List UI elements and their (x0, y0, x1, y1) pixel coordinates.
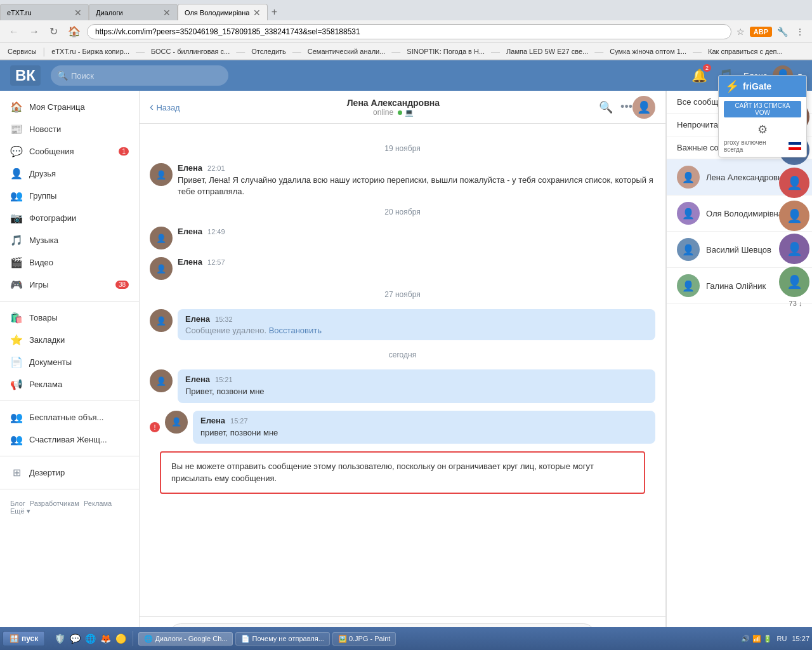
abp-button[interactable]: ABP (750, 27, 772, 37)
frigate-settings: ⚙ (724, 120, 801, 139)
contact-avatar-olya: 👤 (677, 202, 700, 225)
footer-blog[interactable]: Блог (10, 500, 25, 507)
sidebar-item-photos[interactable]: 📷 Фотографии (0, 207, 139, 229)
sidebar-footer: Блог Разработчикам Реклама Ещё ▾ (0, 494, 139, 521)
messages-icon: 💬 (10, 145, 23, 157)
message-content: Елена 22:01 Привет, Лена! Я случайно уда… (178, 163, 655, 197)
vk-search-wrap: 🔍 (51, 65, 228, 86)
sidebar-item-messages[interactable]: 💬 Сообщения 1 (0, 140, 139, 162)
bookmark-track[interactable]: Отследить (249, 46, 289, 56)
address-bar[interactable] (87, 24, 731, 39)
taskbar-icon-5[interactable]: 🟡 (114, 632, 128, 646)
forward-button[interactable]: → (25, 23, 43, 40)
message-time: 15:32 (215, 315, 233, 323)
float-avatar-6[interactable]: 👤 (779, 267, 809, 297)
bookmark-services[interactable]: Сервисы (5, 46, 39, 56)
sidebar-item-video[interactable]: 🎬 Видео (0, 251, 139, 274)
message-row-today-2: ! 👤 Елена 15:27 привет, позвони мне (150, 411, 655, 444)
taskbar: 🪟 пуск 🛡️ 💬 🌐 🦊 🟡 🌐 Диалоги - Google Ch.… (0, 627, 812, 650)
tab-olya[interactable]: Оля Володимирівна ✕ (178, 4, 268, 20)
float-avatar-5[interactable]: 👤 (779, 234, 809, 264)
notifications-icon[interactable]: 🔔 2 (691, 68, 707, 83)
taskbar-icon-3[interactable]: 🌐 (83, 632, 97, 646)
taskbar-icon-1[interactable]: 🛡️ (53, 632, 67, 646)
sidebar-item-my-page[interactable]: 🏠 Моя Страница (0, 96, 139, 118)
bookmark-lamp[interactable]: Лампа LED 5W E27 све... (504, 46, 591, 56)
sidebar-item-documents[interactable]: 📄 Документы (0, 351, 139, 373)
sidebar-item-free-ads[interactable]: 👥 Бесплатные объя... (0, 406, 139, 428)
messages-badge: 1 (119, 147, 129, 156)
taskbar-item-paint[interactable]: 🖼️ 0.JPG - Paint (332, 632, 396, 646)
bookmark-bag[interactable]: Сумка жіноча оптом 1... (607, 46, 689, 56)
vk-search-input[interactable] (51, 65, 228, 86)
message-row-nov27: 👤 Елена 15:32 Сообщение удалено. Восстан… (150, 309, 655, 340)
sidebar-item-games[interactable]: 🎮 Игры 38 (0, 274, 139, 296)
sidebar-item-friends[interactable]: 👤 Друзья (0, 162, 139, 185)
tab-close-etxt[interactable]: ✕ (74, 8, 82, 18)
sidebar-item-happy-woman[interactable]: 👥 Счастливая Женщ... (0, 428, 139, 451)
tab-close-olya[interactable]: ✕ (253, 8, 261, 18)
date-divider-today: сегодня (150, 350, 655, 359)
search-in-chat-icon[interactable]: 🔍 (599, 100, 613, 114)
tab-close-dialogi[interactable]: ✕ (163, 8, 171, 18)
message-text: привет, позвони мне (200, 427, 648, 439)
frigate-widget: ⚡ friGate САЙТ ИЗ СПИСКА VOW ⚙ proxy вкл… (718, 75, 807, 157)
taskbar-language: RU (777, 635, 787, 642)
vk-logo[interactable]: ВК (10, 65, 41, 86)
browser-chrome: eTXT.ru ✕ Диалоги ✕ Оля Володимирівна ✕ … (0, 0, 812, 60)
sidebar-divider-4 (0, 489, 139, 489)
error-message-text: Вы не можете отправить сообщение этому п… (171, 461, 594, 484)
frigate-vow-label[interactable]: САЙТ ИЗ СПИСКА VOW (724, 101, 801, 117)
taskbar-item-dialogi[interactable]: 🌐 Диалоги - Google Ch... (138, 632, 233, 646)
footer-ads[interactable]: Реклама (84, 500, 112, 507)
tab-dialogi[interactable]: Диалоги ✕ (89, 4, 178, 20)
music-sidebar-icon: 🎵 (10, 234, 23, 246)
bookmark-etxt[interactable]: eTXT.ru - Биржа копир... (49, 46, 132, 56)
taskbar-item-pochemu[interactable]: 📄 Почему не отправля... (235, 632, 329, 646)
sidebar-item-groups[interactable]: 👥 Группы (0, 185, 139, 207)
contact-name-lena: Лена Александровна (706, 173, 787, 182)
footer-dev[interactable]: Разработчикам (30, 500, 79, 507)
message-content-deleted: Елена 15:32 Сообщение удалено. Восстанов… (178, 309, 655, 340)
message-row-nov20-2: 👤 Елена 12:57 (150, 257, 655, 280)
new-tab-button[interactable]: + (268, 4, 280, 20)
more-options-icon[interactable]: ••• (620, 100, 632, 114)
chat-contact-name: Лена Александровна (188, 98, 599, 108)
message-row-today-1: 👤 Елена 15:21 Привет, позвони мне (150, 369, 655, 402)
vk-sidebar: 🏠 Моя Страница 📰 Новости 💬 Сообщения 1 👤… (0, 91, 140, 650)
tab-etxt[interactable]: eTXT.ru ✕ (0, 4, 89, 20)
float-avatar-4[interactable]: 👤 (779, 201, 809, 231)
bookmark-star[interactable]: ☆ (734, 24, 747, 39)
sidebar-item-ads[interactable]: 📢 Реклама (0, 373, 139, 395)
bookmark-sinoptik[interactable]: SINOPTIK: Погода в Н... (404, 46, 487, 56)
sidebar-item-dessert[interactable]: ⊞ Дезертир (0, 461, 139, 484)
back-button[interactable]: ‹ Назад (150, 100, 180, 114)
menu-button[interactable]: ⋮ (793, 24, 807, 39)
sidebar-item-music[interactable]: 🎵 Музыка (0, 229, 139, 251)
sidebar-item-products[interactable]: 🛍️ Товары (0, 307, 139, 329)
message-content-today1: Елена 15:21 Привет, позвони мне (178, 369, 655, 402)
taskbar-item-pochemu-icon: 📄 (241, 635, 250, 642)
home-button[interactable]: 🏠 (64, 23, 84, 40)
sidebar-item-bookmarks[interactable]: ⭐ Закладки (0, 329, 139, 351)
taskbar-icon-2[interactable]: 💬 (68, 632, 82, 646)
extensions-button[interactable]: 🔧 (775, 24, 790, 39)
frigate-settings-icon[interactable]: ⚙ (757, 123, 768, 136)
error-box-container: Вы не можете отправить сообщение этому п… (150, 451, 655, 494)
frigate-title: friGate (743, 81, 771, 91)
footer-more[interactable]: Ещё ▾ (10, 507, 30, 515)
tab-bar: eTXT.ru ✕ Диалоги ✕ Оля Володимирівна ✕ … (0, 0, 812, 20)
message-time: 12:49 (207, 228, 225, 235)
start-button[interactable]: 🪟 пуск (3, 631, 45, 646)
taskbar-tray: 🛡️ 💬 🌐 🦊 🟡 (53, 632, 128, 646)
reload-button[interactable]: ↻ (46, 23, 62, 40)
bookmark-how[interactable]: Как справиться с деп... (705, 46, 785, 56)
float-avatar-3[interactable]: 👤 (779, 168, 809, 198)
games-badge: 38 (115, 281, 129, 289)
taskbar-icon-4[interactable]: 🦊 (98, 632, 112, 646)
bookmark-boss[interactable]: БОСС - биллинговая с... (148, 46, 232, 56)
bookmark-semantic[interactable]: Семантический анали... (305, 46, 388, 56)
restore-message-link[interactable]: Восстановить (269, 326, 322, 335)
sidebar-item-news[interactable]: 📰 Новости (0, 118, 139, 140)
back-button[interactable]: ← (5, 23, 23, 40)
